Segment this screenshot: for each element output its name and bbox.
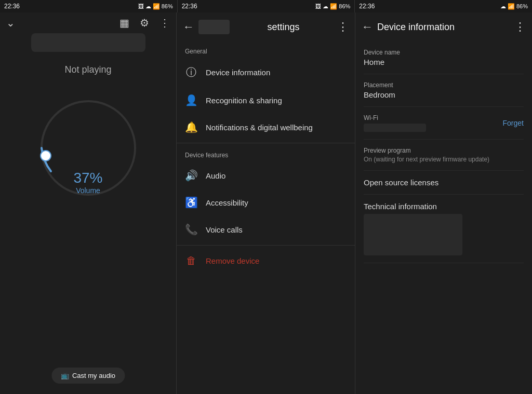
tech-info-box	[364, 214, 462, 255]
battery-settings: 86%	[339, 3, 350, 9]
settings-icon[interactable]: ⚙	[140, 17, 149, 29]
more-vert-icon-device[interactable]: ⋮	[514, 20, 526, 34]
open-source-label: Open source licenses	[364, 178, 524, 187]
back-arrow-icon-device[interactable]: ←	[362, 20, 373, 34]
settings-item-accessibility[interactable]: ♿ Accessibility	[177, 189, 355, 216]
settings-item-device-info[interactable]: ⓘ Device information	[177, 58, 355, 87]
volume-label: Volume	[73, 186, 102, 195]
device-info-label: Device information	[206, 68, 270, 77]
forget-button[interactable]: Forget	[503, 119, 524, 127]
wifi-row: Wi-Fi Forget	[364, 107, 524, 140]
device-info-title: Device information	[377, 22, 510, 33]
battery-device: 86%	[516, 3, 528, 9]
not-playing-label: Not playing	[64, 64, 111, 75]
battery-music: 86%	[162, 3, 173, 9]
cloud-icon: ☁	[145, 3, 151, 10]
device-bar	[31, 33, 145, 52]
bell-icon: 🔔	[185, 121, 197, 133]
phone-icon: 📞	[185, 223, 197, 236]
volume-percentage: 37%	[73, 170, 102, 186]
more-vert-icon-music[interactable]: ⋮	[159, 17, 170, 29]
settings-item-notifications[interactable]: 🔔 Notifications & digital wellbeing	[177, 114, 355, 141]
status-icons-settings: 🖼 ☁ 📶 86%	[315, 3, 350, 10]
time-settings: 22:36	[182, 3, 197, 10]
audio-label: Audio	[206, 171, 225, 180]
accessibility-label: Accessibility	[206, 198, 248, 207]
wifi-left: Wi-Fi	[364, 114, 426, 132]
divider-1	[177, 143, 355, 143]
status-panel-music: 22:36 🖼 ☁ 📶 86%	[0, 0, 178, 12]
music-toolbar: ⌄ ▦ ⚙ ⋮	[0, 12, 176, 33]
wifi-label: Wi-Fi	[364, 114, 426, 121]
cloud-icon-s: ☁	[323, 3, 328, 10]
status-bar: 22:36 🖼 ☁ 📶 86% 22:36 🖼 ☁ 📶 86% 22:36 ☁ …	[0, 0, 532, 12]
panel-settings: ← settings ⋮ General ⓘ Device informatio…	[177, 12, 355, 394]
volume-icon: 🔊	[185, 169, 197, 182]
general-section-header: General	[177, 42, 355, 58]
panel-device: ← Device information ⋮ Device name Home …	[355, 12, 532, 394]
main-content: ⌄ ▦ ⚙ ⋮ Not playing 37% Volume 📺	[0, 12, 532, 394]
placement-row: Placement Bedroom	[364, 74, 524, 107]
notifications-label: Notifications & digital wellbeing	[206, 123, 313, 132]
status-icons-music: 🖼 ☁ 📶 86%	[138, 3, 173, 10]
status-icons-device: ☁ 📶 86%	[500, 3, 528, 10]
features-section-header: Device features	[177, 145, 355, 162]
volume-circle[interactable]: 37% Volume	[31, 91, 145, 205]
info-circle-icon: ⓘ	[185, 65, 197, 79]
preview-program-row: Preview program On (waiting for next pre…	[364, 140, 524, 171]
volume-display: 37% Volume	[73, 170, 102, 195]
settings-item-voice[interactable]: 📞 Voice calls	[177, 216, 355, 243]
settings-item-remove-device[interactable]: 🗑 Remove device	[177, 248, 355, 274]
photo-icon-s: 🖼	[315, 3, 321, 9]
svg-point-1	[41, 151, 51, 161]
time-device: 22:36	[359, 3, 375, 10]
wifi-icon-d: 📶	[508, 3, 515, 10]
device-name-value: Home	[364, 58, 524, 66]
device-name-row: Device name Home	[364, 42, 524, 74]
panel-music: ⌄ ▦ ⚙ ⋮ Not playing 37% Volume 📺	[0, 12, 177, 394]
cloud-icon-d: ☁	[500, 3, 506, 10]
placement-value: Bedroom	[364, 90, 524, 99]
settings-item-audio[interactable]: 🔊 Audio	[177, 162, 355, 189]
status-panel-device: 22:36 ☁ 📶 86%	[355, 0, 532, 12]
settings-toolbar: ← settings ⋮	[177, 12, 355, 42]
photo-icon: 🖼	[138, 3, 144, 9]
cast-label: Cast my audio	[72, 372, 115, 379]
device-name-label: Device name	[364, 49, 524, 56]
wifi-icon-s: 📶	[330, 3, 337, 10]
preview-program-value: On (waiting for next preview firmware up…	[364, 156, 524, 163]
cast-audio-button[interactable]: 📺 Cast my audio	[51, 368, 125, 384]
tune-icon[interactable]: ▦	[119, 17, 129, 29]
device-content: Device name Home Placement Bedroom Wi-Fi…	[355, 42, 532, 394]
settings-title: settings	[234, 22, 333, 33]
placement-label: Placement	[364, 81, 524, 89]
more-vert-icon-settings[interactable]: ⋮	[337, 20, 349, 34]
preview-program-label: Preview program	[364, 147, 524, 154]
status-panel-settings: 22:36 🖼 ☁ 📶 86%	[178, 0, 355, 12]
tech-info-row: Technical information	[364, 195, 524, 263]
voice-label: Voice calls	[206, 225, 243, 234]
chevron-down-icon[interactable]: ⌄	[6, 17, 15, 29]
settings-item-recognition[interactable]: 👤 Recognition & sharing	[177, 87, 355, 114]
divider-2	[177, 245, 355, 246]
device-toolbar: ← Device information ⋮	[355, 12, 532, 42]
open-source-row[interactable]: Open source licenses	[364, 171, 524, 195]
tech-info-label: Technical information	[364, 202, 524, 211]
people-icon: 👤	[185, 94, 197, 106]
remove-device-label: Remove device	[206, 256, 259, 265]
back-arrow-icon-settings[interactable]: ←	[183, 20, 194, 34]
cast-icon: 📺	[61, 372, 69, 379]
wifi-icon-music: 📶	[153, 3, 160, 10]
time-music: 22:36	[4, 3, 20, 10]
trash-icon: 🗑	[185, 255, 197, 267]
recognition-label: Recognition & sharing	[206, 96, 282, 105]
accessibility-icon: ♿	[185, 196, 197, 209]
